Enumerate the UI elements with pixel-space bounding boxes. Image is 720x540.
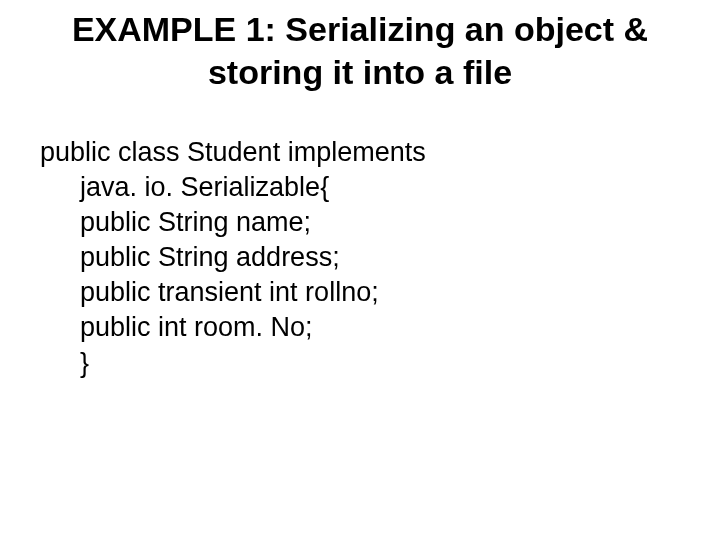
code-block: public class Student implements java. io… <box>40 135 680 381</box>
code-line: public int room. No; <box>80 310 680 345</box>
code-line: } <box>80 346 680 381</box>
code-line: java. io. Serializable{ <box>80 170 680 205</box>
code-line: public transient int rollno; <box>80 275 680 310</box>
code-line: public String name; <box>80 205 680 240</box>
code-line: public String address; <box>80 240 680 275</box>
code-line: public class Student implements <box>40 135 680 170</box>
slide-container: EXAMPLE 1: Serializing an object & stori… <box>0 0 720 540</box>
slide-title: EXAMPLE 1: Serializing an object & stori… <box>40 8 680 93</box>
